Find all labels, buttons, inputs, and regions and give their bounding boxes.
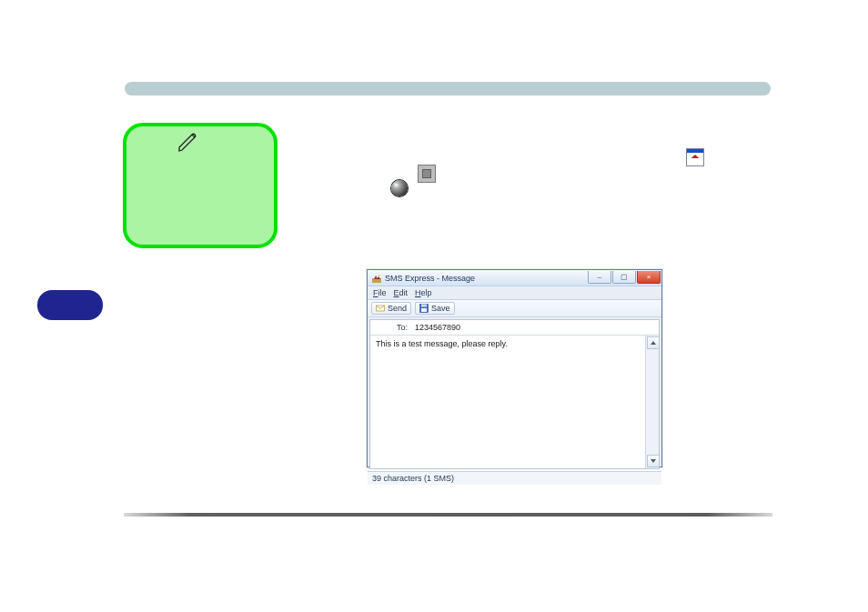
window-controls: – ▢ × [588, 270, 661, 286]
header-bar [125, 82, 771, 95]
sphere-icon [391, 180, 408, 196]
status-bar: 39 characters (1 SMS) [368, 471, 661, 485]
menubar: File Edit Help [368, 286, 661, 300]
save-label: Save [431, 304, 450, 313]
divider-line [124, 513, 772, 517]
envelope-icon [376, 304, 385, 313]
minimize-button[interactable]: – [588, 271, 611, 284]
svg-rect-6 [421, 305, 427, 307]
pencil-icon [177, 132, 198, 154]
send-button[interactable]: Send [371, 302, 411, 315]
close-button[interactable]: × [637, 271, 661, 284]
svg-marker-2 [377, 276, 380, 279]
window-titlebar[interactable]: SMS Express - Message – ▢ × [368, 270, 661, 286]
floppy-icon [419, 304, 429, 313]
send-label: Send [388, 304, 407, 313]
save-button[interactable]: Save [415, 302, 455, 315]
maximize-button[interactable]: ▢ [612, 271, 636, 284]
menu-edit[interactable]: Edit [394, 288, 409, 297]
pencil-card [123, 123, 278, 248]
sms-window: SMS Express - Message – ▢ × File Edit He… [367, 269, 662, 467]
svg-point-3 [378, 275, 380, 276]
window-title: SMS Express - Message [385, 274, 588, 283]
menu-help[interactable]: Help [415, 288, 432, 297]
stop-icon [418, 165, 436, 183]
app-icon [372, 274, 381, 283]
app-shortcut-icon [686, 148, 704, 166]
message-textarea[interactable]: This is a test message, please reply. [370, 336, 645, 468]
navy-pill [37, 290, 103, 320]
maximize-icon: ▢ [621, 273, 628, 280]
scroll-up-button[interactable] [647, 336, 660, 349]
scrollbar-vertical[interactable] [645, 336, 659, 468]
page-root: SMS Express - Message – ▢ × File Edit He… [0, 0, 868, 612]
toolbar: Send Save [368, 300, 661, 317]
client-area: To: 1234567890 This is a test message, p… [369, 319, 660, 469]
minimize-icon: – [598, 273, 601, 280]
svg-marker-1 [374, 276, 378, 279]
to-row: To: 1234567890 [370, 320, 659, 336]
close-icon: × [647, 273, 651, 280]
svg-rect-7 [421, 308, 427, 312]
message-area-wrapper: This is a test message, please reply. [370, 336, 659, 468]
menu-file[interactable]: File [373, 288, 387, 297]
to-label: To: [376, 323, 408, 332]
scroll-down-button[interactable] [647, 455, 660, 467]
to-value[interactable]: 1234567890 [415, 323, 460, 332]
